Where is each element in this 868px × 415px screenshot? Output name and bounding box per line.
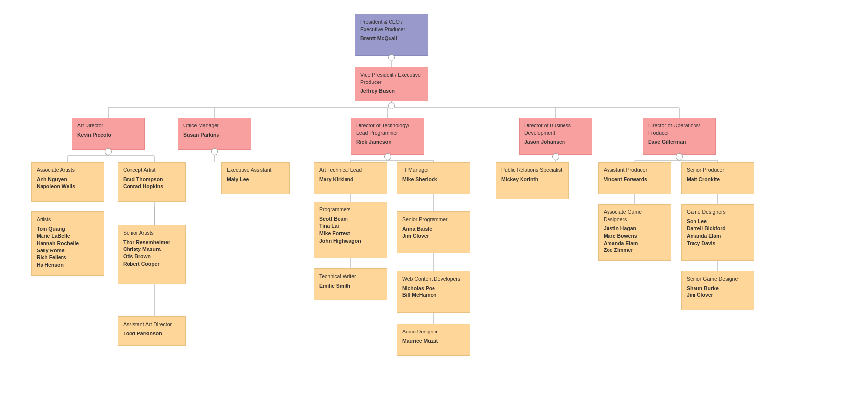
senior-producer-title: Senior Producer (687, 166, 749, 174)
art-tech-lead-node: Art Technical Lead Mary Kirkland (314, 162, 387, 194)
assoc-artists-title: Associate Artists (37, 166, 99, 174)
senior-game-designer-node: Senior Game Designer Shaun BurkeJim Clov… (681, 271, 754, 310)
office-manager-node: Office Manager Susan Parkins (178, 118, 251, 150)
art-director-collapse[interactable]: − (105, 148, 112, 155)
senior-artists-name: Thor ResemheimerChristy MasuraOtis Brown… (123, 239, 180, 268)
assoc-game-designers-node: Associate Game Designers Justin HaganMar… (598, 204, 671, 261)
exec-assistant-title: Executive Assistant (227, 166, 284, 174)
biz-director-name: Jason Johansen (524, 138, 587, 146)
pr-specialist-node: Public Relations Specialist Mickey Korin… (496, 162, 569, 199)
biz-director-node: Director of Business Development Jason J… (519, 118, 592, 155)
vp-collapse[interactable]: − (388, 102, 395, 109)
art-director-name: Kevin Piccolo (77, 131, 139, 139)
web-content-dev-node: Web Content Developers Nicholas PoeBill … (397, 271, 470, 313)
concept-artist-node: Concept Artist Brad ThompsonConrad Hopki… (118, 162, 186, 202)
vp-title: Vice President / Executive Producer (360, 71, 423, 85)
art-director-title: Art Director (77, 122, 139, 129)
tech-director-name: Rick Jameson (356, 138, 419, 146)
asst-art-director-node: Assistant Art Director Todd Parkinson (118, 316, 186, 346)
biz-director-collapse[interactable]: − (552, 153, 559, 160)
senior-artists-node: Senior Artists Thor ResemheimerChristy M… (118, 225, 186, 284)
org-chart: President & CEO / Executive Producer Bre… (0, 0, 868, 415)
audio-designer-name: Maurice Muzat (402, 337, 465, 345)
art-tech-lead-name: Mary Kirkland (319, 176, 382, 183)
senior-producer-node: Senior Producer Matt Cronkite (681, 162, 754, 194)
vp-name: Jeffrey Buson (360, 87, 423, 95)
asst-producer-node: Assistant Producer Vincent Forwards (598, 162, 671, 194)
senior-programmer-name: Anna BaisleJim Clover (402, 225, 465, 240)
senior-programmer-node: Senior Programmer Anna BaisleJim Clover (397, 211, 470, 253)
asst-producer-title: Assistant Producer (604, 166, 666, 174)
ceo-name: Brentt McQuail (360, 35, 423, 42)
exec-assistant-node: Executive Assistant Maly Lee (221, 162, 290, 194)
concept-artist-name: Brad ThompsonConrad Hopkins (123, 176, 180, 190)
game-designers-name: Son LeeDarrell BickfordAmanda ElamTracy … (687, 218, 749, 247)
senior-game-designer-name: Shaun BurkeJim Clover (687, 285, 749, 299)
asst-art-director-name: Todd Parkinson (123, 330, 180, 337)
it-manager-title: IT Manager (402, 166, 465, 174)
asst-producer-name: Vincent Forwards (604, 176, 666, 183)
concept-artist-title: Concept Artist (123, 166, 180, 174)
office-manager-title: Office Manager (183, 122, 246, 129)
ops-director-collapse[interactable]: − (676, 153, 683, 160)
pr-specialist-name: Mickey Korinth (501, 176, 564, 183)
assoc-game-designers-title: Associate Game Designers (604, 208, 666, 223)
ceo-collapse[interactable]: − (388, 54, 395, 61)
programmers-title: Programmers (319, 206, 382, 213)
it-manager-name: Mike Sherlock (402, 176, 465, 183)
programmers-name: Scott BeamTina LaiMike ForrestJohn Highw… (319, 215, 382, 245)
art-tech-lead-title: Art Technical Lead (319, 166, 382, 174)
game-designers-node: Game Designers Son LeeDarrell BickfordAm… (681, 204, 754, 261)
art-director-node: Art Director Kevin Piccolo (72, 118, 145, 150)
ceo-title: President & CEO / Executive Producer (360, 18, 423, 33)
senior-producer-name: Matt Cronkite (687, 176, 749, 183)
it-manager-node: IT Manager Mike Sherlock (397, 162, 470, 194)
artists-title: Artists (37, 216, 99, 223)
assoc-artists-node: Associate Artists Anh NguyenNapoleon Wel… (31, 162, 104, 202)
senior-programmer-title: Senior Programmer (402, 216, 465, 223)
assoc-game-designers-name: Justin HaganMarc BowensAmanda ElamZoe Zi… (604, 225, 666, 254)
audio-designer-title: Audio Designer (402, 328, 465, 335)
game-designers-title: Game Designers (687, 208, 749, 216)
tech-director-node: Director of Technology/ Lead Programmer … (351, 118, 424, 155)
programmers-node: Programmers Scott BeamTina LaiMike Forre… (314, 202, 387, 258)
tech-director-title: Director of Technology/ Lead Programmer (356, 122, 419, 136)
asst-art-director-title: Assistant Art Director (123, 321, 180, 328)
exec-assistant-name: Maly Lee (227, 176, 284, 183)
senior-artists-title: Senior Artists (123, 229, 180, 237)
tech-writer-node: Technical Writer Emilie Smith (314, 268, 387, 300)
ceo-node: President & CEO / Executive Producer Bre… (355, 14, 428, 56)
senior-game-designer-title: Senior Game Designer (687, 275, 749, 283)
tech-writer-title: Technical Writer (319, 273, 382, 280)
ops-director-node: Director of Operations/ Producer Dave Gi… (643, 118, 716, 155)
web-content-dev-title: Web Content Developers (402, 275, 465, 283)
tech-writer-name: Emilie Smith (319, 282, 382, 290)
pr-specialist-title: Public Relations Specialist (501, 166, 564, 174)
artists-node: Artists Tom QuangMarie LaBelleHannah Roc… (31, 211, 104, 276)
office-manager-name: Susan Parkins (183, 131, 246, 139)
audio-designer-node: Audio Designer Maurice Muzat (397, 324, 470, 356)
web-content-dev-name: Nicholas PoeBill McHamon (402, 285, 465, 299)
assoc-artists-name: Anh NguyenNapoleon Wells (37, 176, 99, 190)
office-manager-collapse[interactable]: − (211, 148, 218, 155)
artists-name: Tom QuangMarie LaBelleHannah RochelleSal… (37, 225, 99, 269)
vp-node: Vice President / Executive Producer Jeff… (355, 67, 428, 101)
ops-director-title: Director of Operations/ Producer (648, 122, 710, 136)
biz-director-title: Director of Business Development (524, 122, 587, 136)
ops-director-name: Dave Gillerman (648, 138, 710, 146)
tech-director-collapse[interactable]: − (384, 153, 391, 160)
